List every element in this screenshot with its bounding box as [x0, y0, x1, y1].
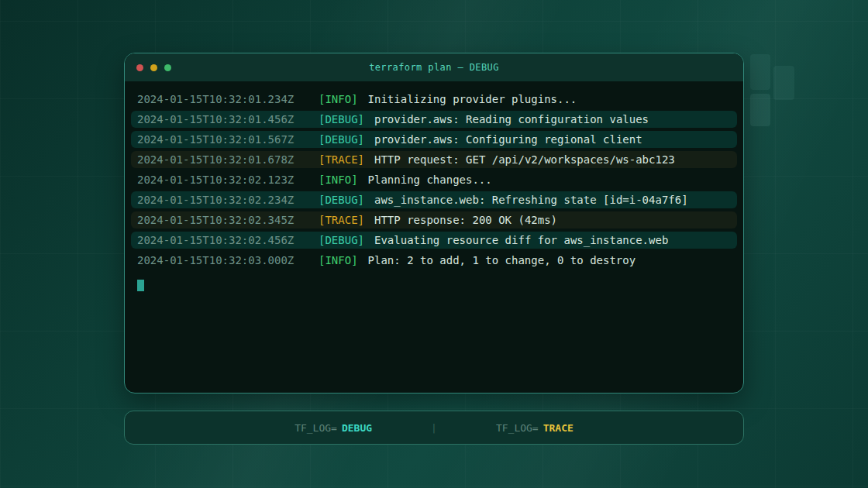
log-level-badge: [TRACE]	[319, 153, 364, 166]
log-message: Initializing provider plugins...	[368, 93, 577, 105]
log-timestamp: 2024-01-15T10:32:01.678Z	[137, 153, 319, 166]
log-level-badge: [TRACE]	[319, 214, 364, 226]
decorative-tile	[773, 66, 794, 100]
log-level-badge: [INFO]	[319, 174, 358, 186]
window-titlebar[interactable]: terraform plan — DEBUG	[125, 53, 743, 81]
prompt-line	[131, 280, 737, 292]
log-timestamp: 2024-01-15T10:32:01.567Z	[137, 133, 319, 146]
log-timestamp: 2024-01-15T10:32:01.456Z	[137, 113, 319, 125]
log-level-badge: [DEBUG]	[319, 234, 364, 246]
zoom-button-icon[interactable]	[164, 64, 171, 71]
tf-log-trace-setting: TF_LOG=TRACE	[496, 422, 574, 434]
log-row: 2024-01-15T10:32:02.345Z[TRACE]HTTP resp…	[131, 211, 737, 229]
log-row: 2024-01-15T10:32:02.234Z[DEBUG]aws_insta…	[131, 191, 737, 208]
minimize-button-icon[interactable]	[150, 64, 157, 71]
log-row: 2024-01-15T10:32:01.456Z[DEBUG]provider.…	[131, 111, 737, 128]
log-level-badge: [DEBUG]	[319, 133, 364, 146]
log-row: 2024-01-15T10:32:01.678Z[TRACE]HTTP requ…	[131, 151, 737, 168]
terminal-output[interactable]: 2024-01-15T10:32:01.234Z[INFO]Initializi…	[125, 81, 743, 292]
terminal-cursor	[137, 280, 144, 291]
env-var-label: TF_LOG=	[496, 422, 539, 434]
log-level-badge: [DEBUG]	[319, 194, 364, 206]
env-var-value-debug: DEBUG	[342, 422, 372, 434]
status-bar-divider: |	[431, 422, 437, 434]
log-timestamp: 2024-01-15T10:32:02.345Z	[137, 214, 319, 226]
log-timestamp: 2024-01-15T10:32:01.234Z	[137, 93, 319, 105]
log-message: Evaluating resource diff for aws_instanc…	[374, 234, 668, 246]
log-row: 2024-01-15T10:32:01.567Z[DEBUG]provider.…	[131, 131, 737, 148]
log-row: 2024-01-15T10:32:01.234Z[INFO]Initializi…	[131, 91, 737, 108]
log-message: Plan: 2 to add, 1 to change, 0 to destro…	[368, 254, 636, 266]
log-timestamp: 2024-01-15T10:32:02.234Z	[137, 194, 319, 206]
env-var-label: TF_LOG=	[294, 422, 337, 434]
log-message: aws_instance.web: Refreshing state [id=i…	[374, 194, 688, 206]
decorative-tile	[750, 54, 770, 90]
log-row: 2024-01-15T10:32:02.456Z[DEBUG]Evaluatin…	[131, 232, 737, 249]
log-level-badge: [DEBUG]	[319, 113, 364, 125]
close-button-icon[interactable]	[136, 64, 143, 71]
window-title: terraform plan — DEBUG	[369, 62, 499, 73]
log-level-badge: [INFO]	[319, 93, 358, 105]
log-message: provider.aws: Configuring regional clien…	[374, 133, 642, 146]
log-row: 2024-01-15T10:32:03.000Z[INFO]Plan: 2 to…	[131, 252, 737, 269]
decorative-tile	[750, 94, 770, 126]
log-timestamp: 2024-01-15T10:32:02.123Z	[137, 174, 319, 186]
log-timestamp: 2024-01-15T10:32:02.456Z	[137, 234, 319, 246]
terminal-window: terraform plan — DEBUG 2024-01-15T10:32:…	[124, 53, 744, 393]
log-timestamp: 2024-01-15T10:32:03.000Z	[137, 254, 319, 266]
env-var-value-trace: TRACE	[543, 422, 574, 434]
log-level-badge: [INFO]	[319, 254, 358, 266]
log-message: Planning changes...	[368, 174, 492, 186]
status-bar: TF_LOG=DEBUG | TF_LOG=TRACE	[124, 411, 744, 445]
tf-log-debug-setting: TF_LOG=DEBUG	[294, 422, 372, 434]
traffic-lights	[136, 53, 171, 81]
log-row: 2024-01-15T10:32:02.123Z[INFO]Planning c…	[131, 171, 737, 188]
log-message: provider.aws: Reading configuration valu…	[374, 113, 649, 125]
log-message: HTTP request: GET /api/v2/workspaces/ws-…	[374, 153, 675, 166]
log-message: HTTP response: 200 OK (42ms)	[374, 214, 557, 226]
